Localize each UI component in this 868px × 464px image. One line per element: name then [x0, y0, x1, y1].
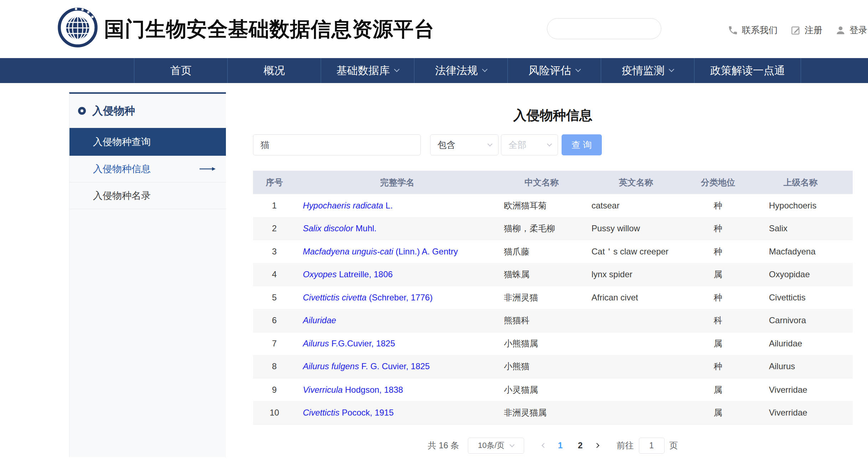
- nav-item-overview[interactable]: 概况: [227, 58, 321, 83]
- match-mode-select[interactable]: 包含: [430, 134, 498, 155]
- register-label: 注册: [805, 24, 822, 36]
- col-header-en-name: 英文名称: [584, 177, 688, 188]
- cell-parent-name: Ailurus: [748, 361, 853, 371]
- login-link[interactable]: 登录: [835, 24, 867, 36]
- sidebar: 入侵物种 入侵物种查询 入侵物种信息 入侵物种名录: [69, 92, 226, 457]
- cell-chinese-name: 非洲灵猫: [499, 292, 584, 303]
- col-header-sci-name: 完整学名: [296, 177, 499, 188]
- register-link[interactable]: 注册: [790, 24, 822, 36]
- header-search: [547, 18, 661, 39]
- nav-menu: 首页 概况 基础数据库 法律法规 风险评估 疫情监测 政策解读一点通: [134, 58, 801, 83]
- sidebar-item-species-catalog[interactable]: 入侵物种名录: [69, 182, 226, 209]
- sidebar-item-label: 入侵物种信息: [93, 163, 151, 175]
- goto-page-group: 前往 页: [617, 438, 678, 454]
- nav-item-home[interactable]: 首页: [134, 58, 227, 83]
- cell-scientific-name: Hypochaeris radicata L.: [296, 201, 499, 211]
- cell-chinese-name: 欧洲猫耳菊: [499, 200, 584, 211]
- cell-rank: 科: [688, 315, 748, 326]
- cell-chinese-name: 非洲灵猫属: [499, 407, 584, 418]
- cell-english-name: African civet: [584, 293, 688, 303]
- contact-us-label: 联系我们: [742, 24, 777, 36]
- cell-index: 7: [253, 339, 296, 349]
- chevron-down-icon: [482, 66, 488, 72]
- filter-bar: 包含 全部 查 询: [253, 134, 602, 155]
- chevron-down-icon: [487, 141, 492, 146]
- scientific-name-link[interactable]: Viverricula Hodgson, 1838: [303, 385, 403, 395]
- scientific-name-link[interactable]: Ailurus F.G.Cuvier, 1825: [303, 339, 395, 348]
- prev-page-button[interactable]: [538, 438, 551, 454]
- cell-rank: 属: [688, 338, 748, 349]
- cell-scientific-name: Civettictis civetta (Schreber, 1776): [296, 293, 499, 303]
- col-header-parent: 上级名称: [748, 177, 853, 188]
- page-number-2[interactable]: 2: [574, 440, 587, 450]
- pagination-total: 共 16 条: [428, 440, 459, 451]
- cell-index: 4: [253, 269, 296, 279]
- header-links: 联系我们 注册 登录: [715, 24, 867, 36]
- cell-parent-name: Oxyopidae: [748, 269, 853, 279]
- bullet-ring-icon: [78, 107, 86, 115]
- page-number-1[interactable]: 1: [554, 440, 567, 450]
- cell-scientific-name: Ailurus F.G.Cuvier, 1825: [296, 339, 499, 349]
- cell-parent-name: Ailuridae: [748, 339, 853, 349]
- scientific-name-link[interactable]: Ailuridae: [303, 315, 336, 325]
- col-header-index: 序号: [253, 177, 296, 188]
- header-search-input[interactable]: [547, 19, 661, 39]
- cell-english-name: Pussy willow: [584, 223, 688, 233]
- table-row: 5Civettictis civetta (Schreber, 1776)非洲灵…: [253, 286, 853, 309]
- nav-item-epidemic-monitoring[interactable]: 疫情监测: [601, 58, 694, 83]
- sidebar-item-species-info[interactable]: 入侵物种信息: [69, 156, 226, 182]
- table-row: 9Viverricula Hodgson, 1838小灵猫属属Viverrida…: [253, 378, 853, 401]
- nav-item-risk-assessment[interactable]: 风险评估: [507, 58, 601, 83]
- table-row: 2Salix discolor Muhl.猫柳，柔毛柳Pussy willow种…: [253, 217, 853, 240]
- next-page-button[interactable]: [590, 438, 603, 454]
- goto-page-input[interactable]: [639, 438, 665, 454]
- scope-select[interactable]: 全部: [501, 134, 558, 155]
- cell-rank: 种: [688, 246, 748, 257]
- chevron-down-icon: [394, 66, 400, 72]
- cell-index: 8: [253, 361, 296, 371]
- cell-rank: 种: [688, 361, 748, 372]
- scientific-name-link[interactable]: Ailurus fulgens F. G. Cuvier, 1825: [303, 361, 430, 371]
- col-header-cn-name: 中文名称: [499, 177, 584, 188]
- query-button[interactable]: 查 询: [562, 134, 602, 155]
- scientific-name-link[interactable]: Civettictis civetta (Schreber, 1776): [303, 293, 433, 302]
- scientific-name-link[interactable]: Hypochaeris radicata L.: [303, 201, 393, 210]
- chevron-down-icon: [510, 442, 515, 447]
- chevron-down-icon: [547, 141, 552, 146]
- scientific-name-link[interactable]: Civettictis Pocock, 1915: [303, 408, 394, 417]
- page-size-select[interactable]: 10条/页: [468, 438, 524, 454]
- keyword-input[interactable]: [253, 134, 421, 155]
- cell-parent-name: Hypochoeris: [748, 201, 853, 211]
- nav-item-laws[interactable]: 法律法规: [414, 58, 507, 83]
- cell-parent-name: Viverridae: [748, 408, 853, 418]
- cell-chinese-name: 熊猫科: [499, 315, 584, 326]
- cell-chinese-name: 猫爪藤: [499, 246, 584, 257]
- nav-label: 政策解读一点通: [710, 63, 785, 78]
- table-row: 10Civettictis Pocock, 1915非洲灵猫属属Viverrid…: [253, 401, 853, 424]
- pagination: 共 16 条 10条/页 1 2 前往 页: [253, 437, 853, 454]
- cell-chinese-name: 小熊猫: [499, 361, 584, 372]
- page-title: 入侵物种信息: [253, 107, 853, 124]
- cell-rank: 属: [688, 269, 748, 280]
- contact-us-link[interactable]: 联系我们: [728, 24, 777, 36]
- nav-item-policy-guide[interactable]: 政策解读一点通: [694, 58, 801, 83]
- sidebar-item-species-query[interactable]: 入侵物种查询: [69, 128, 226, 156]
- col-header-rank: 分类地位: [688, 177, 748, 188]
- cell-english-name: Cat＇s claw creeper: [584, 246, 688, 257]
- cell-chinese-name: 小熊猫属: [499, 338, 584, 349]
- scientific-name-link[interactable]: Macfadyena unguis-cati (Linn.) A. Gentry: [303, 247, 458, 256]
- table-row: 6Ailuridae熊猫科科Carnivora: [253, 309, 853, 332]
- nav-item-databases[interactable]: 基础数据库: [321, 58, 414, 83]
- nav-label: 基础数据库: [336, 63, 390, 78]
- table-header-row: 序号 完整学名 中文名称 英文名称 分类地位 上级名称: [253, 171, 853, 194]
- scientific-name-link[interactable]: Salix discolor Muhl.: [303, 223, 377, 233]
- nav-label: 风险评估: [528, 63, 571, 78]
- main-nav: 首页 概况 基础数据库 法律法规 风险评估 疫情监测 政策解读一点通: [0, 58, 868, 83]
- scientific-name-link[interactable]: Oxyopes Latreille, 1806: [303, 269, 393, 279]
- cell-chinese-name: 猫蛛属: [499, 269, 584, 280]
- scope-value: 全部: [508, 139, 526, 151]
- cell-index: 2: [253, 223, 296, 233]
- sidebar-section-title: 入侵物种: [92, 104, 135, 118]
- login-label: 登录: [849, 24, 867, 36]
- cell-index: 10: [253, 408, 296, 418]
